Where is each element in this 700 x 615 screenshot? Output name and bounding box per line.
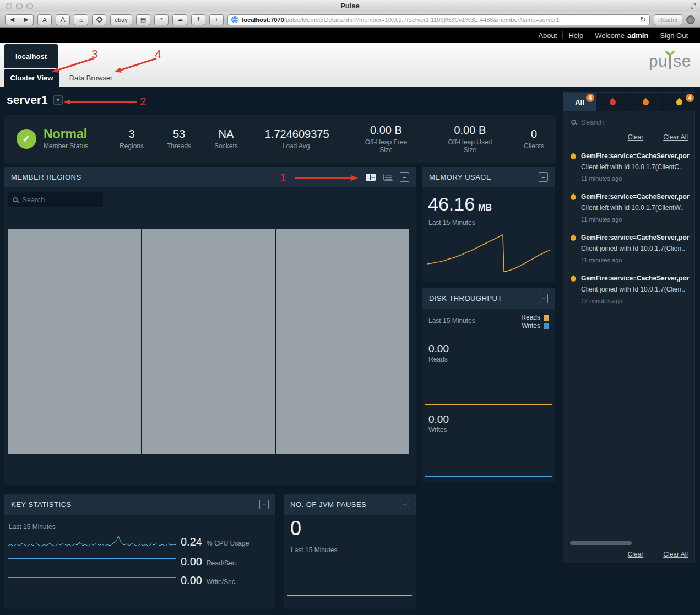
collapse-panel-button[interactable]: − [259, 500, 269, 509]
tag-icon [96, 16, 103, 23]
notification-message: Client joined with Id 10.0.1.7(Clien.. [581, 245, 690, 252]
alert-flame-icon [569, 153, 577, 160]
read-sec-stat: 0.00Read/Sec. [181, 556, 237, 567]
notification-clear-links-bottom: Clear Clear All [628, 551, 688, 558]
collapse-panel-button[interactable]: − [539, 294, 548, 303]
jvm-chart-line [287, 595, 412, 596]
notification-list: GemFire:service=CacheServer,port=404 Cli… [563, 148, 694, 311]
window-titlebar: Pulse [0, 0, 700, 12]
treemap-view-icon[interactable] [366, 174, 376, 181]
metric-clients: 0Clients [512, 128, 556, 150]
member-dropdown-button[interactable]: ▼ [53, 95, 63, 105]
region-block-2[interactable] [142, 229, 275, 454]
annotation-number-4: 4 [155, 47, 161, 61]
sign-out-link[interactable]: Sign Out [654, 31, 693, 40]
about-link[interactable]: About [533, 31, 562, 40]
notification-item[interactable]: GemFire:service=CacheServer,port=404 Cli… [563, 148, 694, 188]
metric-offheap-free: 0.00 BOff-Heap Free Size [345, 124, 428, 154]
forward-button[interactable]: ▶ [19, 14, 34, 25]
notification-item[interactable]: GemFire:service=CacheServer,port=404 Cli… [563, 229, 694, 270]
metric-sockets: NASockets [203, 128, 249, 150]
severe-flame-icon [609, 98, 617, 106]
app-topbar: About Help Welcomeadmin Sign Out [0, 28, 700, 43]
member-status: ✓ Normal Member Status [4, 128, 108, 150]
writes-chart-line [425, 476, 552, 477]
metric-offheap-used: 0.00 BOff-Heap Used Size [427, 124, 512, 154]
font-smaller-button[interactable]: A [37, 14, 52, 25]
collapse-panel-button[interactable]: − [539, 172, 548, 182]
notification-item[interactable]: GemFire:service=CacheServer,port=404 Cli… [563, 270, 694, 311]
alert-flame-icon [569, 234, 577, 242]
member-status-bar: ✓ Normal Member Status 3Regions 53Thread… [4, 115, 556, 163]
member-regions-header: MEMBER REGIONS − [4, 167, 416, 187]
cpu-usage-stat: 0.24% CPU Usage [181, 536, 249, 547]
icloud-tabs-button[interactable]: ☁ [172, 14, 187, 25]
reads-value: 0.00 [428, 343, 449, 354]
metric-regions: 3Regions [108, 128, 155, 150]
writes-value: 0.00 [428, 414, 449, 424]
notif-tab-warning[interactable]: 4 [663, 93, 696, 111]
ebay-bookmarklet-button[interactable]: ebay [110, 14, 132, 25]
tab-cluster-view[interactable]: Cluster View [4, 69, 59, 87]
notification-search-box [569, 115, 689, 130]
memory-value: 46.16MB [428, 195, 492, 213]
notification-search-input[interactable] [581, 118, 687, 126]
metric-load-avg: 1.724609375Load Avg. [249, 128, 345, 150]
notif-tab-error[interactable] [630, 93, 663, 111]
reads-swatch-icon [544, 315, 549, 321]
logo-text-se: se [673, 52, 691, 71]
notif-tab-severe[interactable] [596, 93, 630, 111]
clear-link[interactable]: Clear [628, 133, 644, 141]
clear-all-link[interactable]: Clear All [663, 551, 688, 558]
memory-window-label: Last 15 Minutes [428, 219, 475, 226]
notification-scrollbar-thumb[interactable] [570, 541, 632, 545]
address-bar[interactable]: localhost:7070/pulse/MemberDetails.html?… [227, 14, 650, 25]
panel-title: MEMBER REGIONS [11, 173, 82, 181]
notification-time: 11 minutes ago [581, 257, 690, 263]
share-button[interactable]: ↥ [191, 14, 205, 25]
host-tab-localhost[interactable]: localhost [4, 44, 58, 68]
home-button[interactable]: ⌂ [74, 14, 88, 25]
region-block-3[interactable] [276, 229, 409, 454]
reader-button[interactable]: Reader [654, 14, 682, 25]
notification-message: Client left with Id 10.0.1.7(ClientC.. [581, 163, 690, 171]
disk-throughput-panel: DISK THROUGHPUT − Last 15 Minutes Reads … [422, 288, 555, 482]
panel-title: KEY STATISTICS [11, 500, 72, 509]
grid-view-icon[interactable] [383, 174, 393, 181]
member-name: server1 [7, 93, 48, 106]
alert-flame-icon [569, 193, 577, 201]
clip-bookmarklet-button[interactable]: ▤ [136, 14, 150, 25]
panel-title: DISK THROUGHPUT [429, 294, 502, 303]
region-search-input[interactable] [22, 196, 99, 204]
clear-all-link[interactable]: Clear All [663, 133, 688, 141]
annotation-number-2: 2 [140, 95, 146, 108]
url-path: /pulse/MemberDetails.html?member=10.0.1.… [284, 17, 560, 23]
clear-link[interactable]: Clear [628, 551, 644, 558]
reload-icon[interactable]: ↻ [640, 15, 646, 24]
url-text: localhost:7070/pulse/MemberDetails.html?… [242, 17, 637, 23]
read-chart-line [8, 558, 176, 559]
error-flame-icon [642, 98, 650, 106]
notification-message: Client joined with Id 10.0.1.7(Clien.. [581, 285, 690, 293]
tag-bookmarklet-button[interactable] [92, 14, 106, 25]
memory-usage-panel: MEMORY USAGE − 46.16MB Last 15 Minutes [422, 167, 555, 282]
region-block-1[interactable] [8, 229, 141, 454]
back-button[interactable]: ◀ [5, 14, 19, 25]
help-link[interactable]: Help [563, 31, 589, 40]
notification-item[interactable]: GemFire:service=CacheServer,port=404 Cli… [563, 188, 694, 229]
pulse-logo: pu se [649, 52, 691, 71]
new-tab-button[interactable]: + [209, 14, 224, 25]
tab-data-browser[interactable]: Data Browser [59, 69, 123, 87]
jvm-pauses-panel: NO. OF JVM PAUSES − 0 Last 15 Minutes [284, 494, 416, 609]
notif-tab-all[interactable]: All 4 [563, 93, 596, 111]
jvm-window-label: Last 15 Minutes [291, 546, 338, 554]
extension-disc-icon[interactable] [686, 15, 695, 24]
collapse-panel-button[interactable]: − [400, 500, 409, 509]
app-header: localhost pu se Cluster View Data Browse… [0, 43, 700, 87]
font-larger-button[interactable]: A [56, 14, 70, 25]
write-sec-stat: 0.00Write/Sec. [181, 575, 237, 586]
legend-reads-label: Reads [521, 314, 540, 322]
collapse-panel-button[interactable]: − [400, 172, 409, 182]
snowflake-extension-button[interactable]: * [154, 14, 169, 25]
fullscreen-icon[interactable] [691, 3, 696, 9]
